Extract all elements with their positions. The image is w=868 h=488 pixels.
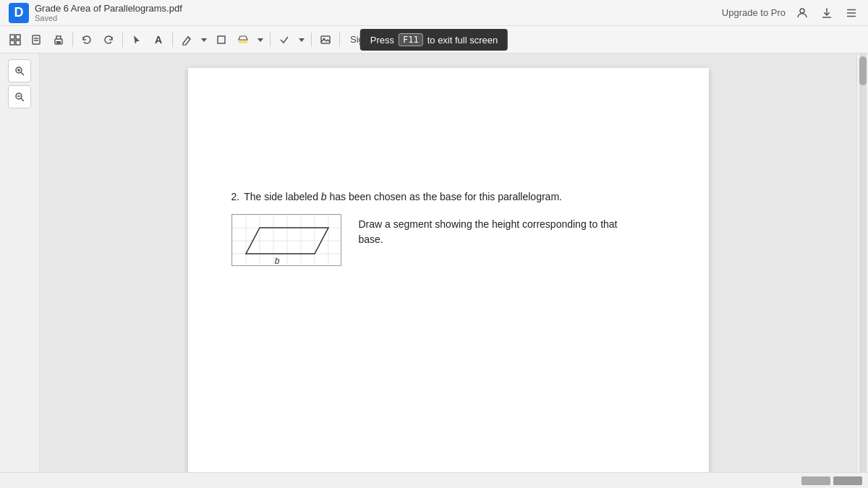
svg-rect-12 <box>56 41 61 43</box>
answer-line1: Draw a segment showing the height corres… <box>359 218 618 230</box>
parallelogram-grid: b <box>231 214 341 269</box>
shape-tool-btn[interactable] <box>212 30 231 49</box>
main-area: 2. The side labeled b has been chosen as… <box>0 53 868 472</box>
draw-tool-btn[interactable] <box>177 30 196 49</box>
svg-line-23 <box>21 72 24 75</box>
scrollbar-track[interactable] <box>859 53 867 472</box>
svg-rect-8 <box>33 35 40 44</box>
bottom-icon-2 <box>833 476 862 485</box>
bottom-icons <box>801 476 862 485</box>
left-sidebar <box>0 53 40 472</box>
toolbar: A <box>0 26 868 53</box>
undo-btn[interactable] <box>77 30 96 49</box>
svg-rect-7 <box>16 40 20 45</box>
svg-line-27 <box>21 98 24 101</box>
separator-6 <box>339 33 340 47</box>
answer-text: Draw a segment showing the height corres… <box>359 214 618 247</box>
base-label-italic: b <box>321 191 327 202</box>
separator-5 <box>311 33 312 47</box>
title-group: Grade 6 Area of Parallelograms.pdf Saved <box>35 3 182 22</box>
stamp-dropdown-btn[interactable] <box>297 30 307 49</box>
svg-rect-6 <box>10 40 14 45</box>
right-panel <box>856 53 868 472</box>
f11-key: F11 <box>399 33 423 46</box>
separator-3 <box>172 33 173 47</box>
doc-saved-status: Saved <box>35 14 182 22</box>
top-bar: D Grade 6 Area of Parallelograms.pdf Sav… <box>0 0 868 26</box>
page-viewer[interactable]: 2. The side labeled b has been chosen as… <box>40 53 856 472</box>
highlight-tool-btn[interactable] <box>234 30 252 49</box>
question-number: 2. <box>231 191 240 202</box>
svg-point-0 <box>800 9 804 13</box>
draw-dropdown-btn[interactable] <box>199 30 209 49</box>
grid-svg: b <box>231 214 341 266</box>
print-tool-btn[interactable] <box>49 30 68 49</box>
pages-tool-btn[interactable] <box>27 30 46 49</box>
question-text: 2. The side labeled b has been chosen as… <box>231 191 665 202</box>
svg-marker-18 <box>299 38 305 42</box>
account-icon-btn[interactable] <box>794 5 810 21</box>
pdf-page: 2. The side labeled b has been chosen as… <box>188 68 709 472</box>
svg-line-13 <box>188 37 190 39</box>
logo-letter: D <box>14 5 24 20</box>
doc-title: Grade 6 Area of Parallelograms.pdf <box>35 3 182 14</box>
svg-rect-4 <box>10 35 14 39</box>
bottom-icon-1 <box>801 476 830 485</box>
cursor-tool-btn[interactable] <box>127 30 146 49</box>
separator-4 <box>270 33 271 47</box>
zoom-in-btn[interactable] <box>8 59 31 82</box>
separator-1 <box>72 33 73 47</box>
top-bar-right: Upgrade to Pro <box>722 5 859 21</box>
grid-tool-btn[interactable] <box>6 30 25 49</box>
bottom-bar <box>0 472 868 488</box>
menu-icon-btn[interactable] <box>843 5 859 21</box>
top-bar-left: D Grade 6 Area of Parallelograms.pdf Sav… <box>9 3 182 23</box>
download-icon-btn[interactable] <box>819 5 835 21</box>
scrollbar-thumb[interactable] <box>859 56 867 85</box>
svg-marker-17 <box>258 38 263 42</box>
fullscreen-tooltip: Press F11 to exit full screen <box>360 29 508 51</box>
text-tool-btn[interactable]: A <box>149 30 168 49</box>
image-tool-btn[interactable] <box>316 30 335 49</box>
question-content: b Draw a segment showing the height corr… <box>231 214 665 269</box>
answer-line2: base. <box>359 234 383 245</box>
upgrade-link[interactable]: Upgrade to Pro <box>722 7 786 18</box>
exit-label: to exit full screen <box>427 35 498 46</box>
app-logo: D <box>9 3 29 23</box>
redo-btn[interactable] <box>99 30 118 49</box>
stamp-tool-btn[interactable] <box>275 30 294 49</box>
question-block: 2. The side labeled b has been chosen as… <box>231 191 665 269</box>
press-label: Press <box>370 35 394 46</box>
highlight-dropdown-btn[interactable] <box>255 30 265 49</box>
svg-rect-5 <box>16 35 20 39</box>
separator-2 <box>122 33 123 47</box>
svg-rect-15 <box>218 36 225 43</box>
svg-rect-16 <box>239 40 247 43</box>
question-body: The side labeled b has been chosen as th… <box>244 191 562 202</box>
b-label: b <box>274 256 279 266</box>
zoom-out-btn[interactable] <box>8 85 31 108</box>
svg-marker-14 <box>201 38 207 42</box>
